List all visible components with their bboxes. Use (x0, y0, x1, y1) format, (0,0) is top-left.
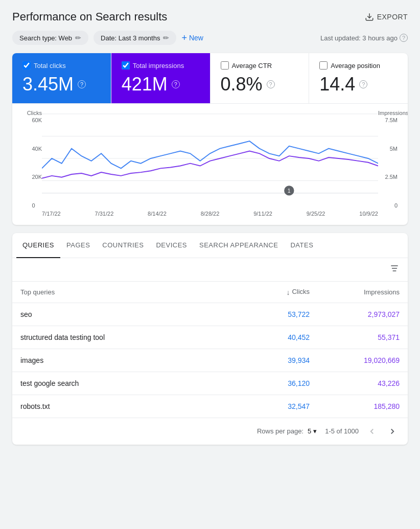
chart-svg: 1 (42, 110, 378, 207)
metric-header: Total clicks (22, 61, 101, 70)
metric-header: Average CTR (221, 61, 299, 70)
table-row: images 39,934 19,020,669 (12, 349, 408, 372)
table-row: seo 53,722 2,973,027 (12, 303, 408, 326)
tab-search-appearance[interactable]: SEARCH APPEARANCE (193, 233, 284, 258)
filter-bar (12, 258, 408, 282)
metric-value: 14.4 ? (319, 74, 398, 95)
edit-icon: ✏ (163, 34, 169, 42)
y-label: 60K (32, 117, 42, 123)
impressions-cell: 19,020,669 (318, 349, 408, 372)
col-header-clicks[interactable]: ↓ Clicks (249, 282, 318, 303)
metric-total-impressions: Total impressions 421M ? (111, 53, 211, 103)
y-label: 0 (32, 202, 42, 209)
x-label: 7/17/22 (42, 211, 61, 217)
pagination-nav: 1-5 of 1000 (325, 424, 400, 439)
metric-value: 421M ? (122, 74, 200, 95)
help-icon[interactable]: ? (172, 80, 180, 88)
filter-button[interactable] (389, 263, 400, 276)
help-icon[interactable]: ? (400, 34, 408, 42)
rows-per-page: Rows per page: 5 ▾ (257, 427, 317, 435)
y-label: 20K (32, 174, 42, 180)
total-impressions-checkbox[interactable] (122, 61, 130, 70)
query-cell[interactable]: robots.txt (12, 395, 249, 418)
filter-icon (389, 263, 400, 273)
tab-devices[interactable]: DEVICES (150, 233, 193, 258)
date-filter[interactable]: Date: Last 3 months ✏ (94, 31, 176, 45)
query-cell[interactable]: structured data testing tool (12, 326, 249, 349)
query-cell[interactable]: test google search (12, 372, 249, 395)
page-info: 1-5 of 1000 (325, 427, 359, 435)
table-body: seo 53,722 2,973,027 structured data tes… (12, 303, 408, 418)
total-clicks-checkbox[interactable] (22, 61, 31, 70)
impressions-cell: 43,226 (318, 372, 408, 395)
help-icon[interactable]: ? (359, 80, 367, 88)
next-page-button[interactable] (385, 424, 400, 439)
impressions-cell: 2,973,027 (318, 303, 408, 326)
page-header: Performance on Search results EXPORT (0, 0, 420, 31)
avg-ctr-checkbox[interactable] (221, 61, 229, 70)
impressions-cell: 185,280 (318, 395, 408, 418)
y-label: 7.5M (378, 117, 398, 123)
bottom-section: QUERIES PAGES COUNTRIES DEVICES SEARCH A… (12, 233, 408, 445)
x-label: 10/9/22 (359, 211, 378, 217)
metric-avg-position: Average position 14.4 ? (309, 53, 408, 103)
data-table: Top queries ↓ Clicks Impressions seo 53,… (12, 282, 408, 418)
download-icon (365, 12, 374, 21)
query-cell[interactable]: images (12, 349, 249, 372)
rows-per-page-select[interactable]: 5 ▾ (308, 427, 317, 435)
query-cell[interactable]: seo (12, 303, 249, 326)
metric-header: Average position (319, 61, 398, 70)
chart-area: Clicks 60K 40K 20K 0 (12, 104, 408, 225)
y-left-title: Clicks (27, 110, 42, 116)
clicks-cell: 32,547 (249, 395, 318, 418)
impressions-cell: 55,371 (318, 326, 408, 349)
y-right-title: Impressions (378, 110, 398, 116)
tabs: QUERIES PAGES COUNTRIES DEVICES SEARCH A… (12, 233, 408, 258)
chevron-left-icon (367, 427, 377, 436)
export-button[interactable]: EXPORT (365, 12, 408, 21)
y-label: 2.5M (378, 174, 398, 180)
x-label: 8/14/22 (148, 211, 167, 217)
help-icon[interactable]: ? (267, 80, 275, 88)
metrics-section: Total clicks 3.45M ? Total impressions 4… (12, 53, 408, 225)
clicks-cell: 53,722 (249, 303, 318, 326)
help-icon[interactable]: ? (78, 80, 86, 88)
x-label: 9/25/22 (307, 211, 325, 217)
avg-position-checkbox[interactable] (319, 61, 328, 70)
table-row: test google search 36,120 43,226 (12, 372, 408, 395)
edit-icon: ✏ (75, 34, 81, 42)
x-label: 8/28/22 (201, 211, 220, 217)
chevron-down-icon: ▾ (313, 427, 317, 435)
chevron-right-icon (388, 427, 397, 436)
col-header-query: Top queries (12, 282, 249, 303)
table-row: robots.txt 32,547 185,280 (12, 395, 408, 418)
tab-dates[interactable]: DATES (284, 233, 319, 258)
metric-avg-ctr: Average CTR 0.8% ? (211, 53, 310, 103)
metric-header: Total impressions (122, 61, 200, 70)
table-row: structured data testing tool 40,452 55,3… (12, 326, 408, 349)
pagination: Rows per page: 5 ▾ 1-5 of 1000 (12, 418, 408, 445)
toolbar: Search type: Web ✏ Date: Last 3 months ✏… (0, 31, 420, 53)
sort-down-icon: ↓ (287, 288, 292, 296)
col-header-impressions: Impressions (318, 282, 408, 303)
new-button[interactable]: + New (181, 33, 203, 43)
metric-value: 3.45M ? (22, 74, 101, 95)
search-type-filter[interactable]: Search type: Web ✏ (12, 31, 88, 45)
metric-total-clicks: Total clicks 3.45M ? (12, 53, 111, 103)
clicks-cell: 40,452 (249, 326, 318, 349)
tab-pages[interactable]: PAGES (60, 233, 96, 258)
metric-value: 0.8% ? (221, 74, 299, 95)
y-label: 40K (32, 146, 42, 152)
y-label: 5M (378, 146, 398, 152)
prev-page-button[interactable] (365, 424, 379, 439)
metrics-row: Total clicks 3.45M ? Total impressions 4… (12, 53, 408, 104)
table-header-row: Top queries ↓ Clicks Impressions (12, 282, 408, 303)
x-axis-labels: 7/17/22 7/31/22 8/14/22 8/28/22 9/11/22 … (42, 211, 378, 217)
svg-text:1: 1 (288, 188, 291, 194)
x-label: 7/31/22 (95, 211, 114, 217)
page-title: Performance on Search results (12, 10, 167, 24)
y-label: 0 (378, 202, 398, 209)
tab-countries[interactable]: COUNTRIES (96, 233, 150, 258)
clicks-cell: 39,934 (249, 349, 318, 372)
tab-queries[interactable]: QUERIES (16, 233, 60, 258)
